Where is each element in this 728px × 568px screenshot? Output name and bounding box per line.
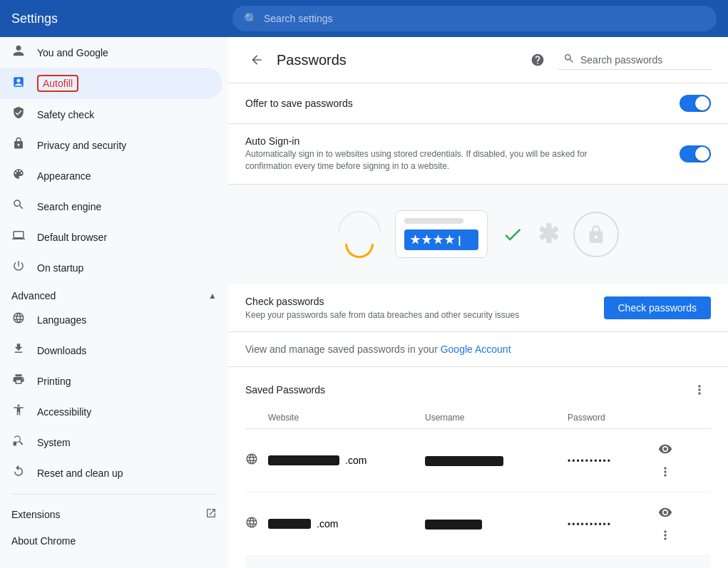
shield-icon [11, 106, 26, 123]
row2-menu-button[interactable] [654, 524, 677, 547]
site-globe-icon-2 [245, 520, 258, 531]
check-passwords-content: Check passwords Keep your passwords safe… [228, 284, 728, 331]
row3-show-password-button[interactable] [654, 564, 677, 568]
sidebar-label-search-engine: Search engine [37, 201, 101, 212]
magnify-icon [11, 198, 26, 215]
check-passwords-button[interactable]: Check passwords [604, 296, 712, 319]
sidebar-item-reset[interactable]: Reset and clean up [0, 458, 222, 488]
download-icon [11, 342, 26, 358]
sidebar-item-on-startup[interactable]: On startup [0, 252, 222, 283]
offer-save-title: Offer to save passwords [245, 98, 668, 109]
sidebar-item-system[interactable]: System [0, 427, 222, 458]
search-passwords-input[interactable] [580, 54, 705, 66]
row2-icon-cell [245, 492, 268, 555]
sidebar-item-autofill[interactable]: Autofill [0, 68, 222, 99]
sidebar-label-languages: Languages [37, 314, 86, 326]
back-button[interactable] [245, 48, 268, 71]
check-passwords-title: Check passwords [245, 296, 593, 307]
sidebar-label-system: System [37, 437, 71, 448]
reset-icon [11, 465, 26, 481]
circle-shape [573, 212, 619, 257]
password-field-illus: ★★★★ | [404, 229, 478, 250]
auto-signin-title: Auto Sign-in [245, 135, 668, 147]
search-passwords-icon [563, 53, 575, 66]
row2-show-password-button[interactable] [654, 501, 677, 524]
row2-site-cell: .com [268, 492, 425, 555]
monitor-icon [11, 229, 26, 245]
check-passwords-info: Check passwords Keep your passwords safe… [245, 296, 593, 320]
main-layout: You and Google Autofill Safety check Pri… [0, 37, 728, 568]
row2-password-cell: •••••••••• [568, 492, 654, 555]
row1-password-dots: •••••••••• [568, 456, 612, 466]
form-line1 [404, 218, 463, 224]
sidebar-item-safety-check[interactable]: Safety check [0, 99, 222, 130]
chevron-up-icon: ▲ [208, 291, 217, 301]
passwords-table: Website Username Password [245, 407, 711, 568]
check-passwords-desc: Keep your passwords safe from data breac… [245, 310, 593, 320]
row1-show-password-button[interactable] [654, 438, 677, 460]
google-account-link[interactable]: Google Account [441, 344, 511, 355]
auto-signin-toggle[interactable] [680, 145, 711, 162]
sidebar-divider [11, 494, 217, 495]
extensions-label: Extensions [11, 509, 60, 520]
sidebar-item-default-browser[interactable]: Default browser [0, 222, 222, 252]
sidebar-item-printing[interactable]: Printing [0, 366, 222, 396]
row1-site-suffix: .com [345, 455, 366, 466]
sidebar-item-appearance[interactable]: Appearance [0, 160, 222, 191]
sidebar-item-search-engine[interactable]: Search engine [0, 191, 222, 222]
illus-left [338, 211, 381, 258]
col-website: Website [268, 407, 425, 429]
sidebar-label-appearance: Appearance [37, 170, 91, 182]
passwords-table-wrapper: Website Username Password [228, 407, 728, 568]
sidebar-item-privacy[interactable]: Privacy and security [0, 130, 222, 160]
col-username: Username [425, 407, 568, 429]
sidebar-item-downloads[interactable]: Downloads [0, 335, 222, 366]
cloud-shape [338, 211, 381, 232]
sidebar-item-accessibility[interactable]: Accessibility [0, 396, 222, 427]
auto-signin-info: Auto Sign-in Automatically sign in to we… [245, 135, 668, 172]
sidebar-label-downloads: Downloads [37, 345, 86, 356]
sidebar-item-extensions[interactable]: Extensions [0, 500, 228, 528]
sidebar-item-languages[interactable]: Languages [0, 304, 222, 335]
row3-actions-cell [654, 555, 711, 568]
settings-search-bar[interactable]: 🔍 [232, 6, 717, 31]
row1-menu-button[interactable] [654, 460, 677, 483]
sidebar-label-accessibility: Accessibility [37, 406, 91, 418]
autofill-icon [11, 76, 26, 92]
row2-username-cell [425, 492, 568, 555]
row3-username-cell [425, 555, 568, 568]
sidebar: You and Google Autofill Safety check Pri… [0, 37, 228, 568]
page-title: Passwords [277, 52, 518, 68]
row1-username [425, 456, 503, 466]
row3-password-cell: •••••••••• [568, 555, 654, 568]
google-link-prefix: View and manage saved passwords in your [245, 344, 441, 355]
row1-icon-cell [245, 428, 268, 492]
saved-passwords-header: Saved Passwords [228, 367, 728, 407]
help-button[interactable] [526, 48, 549, 71]
right-circle-illus [573, 212, 619, 257]
search-passwords-bar[interactable] [558, 50, 711, 70]
google-account-link-row: View and manage saved passwords in your … [228, 332, 728, 367]
row2-site-name [268, 519, 311, 529]
check-passwords-section: ★★★★ | ✱ [228, 185, 728, 332]
green-arrow [502, 224, 523, 245]
site-globe-icon-1 [245, 456, 258, 468]
saved-passwords-menu-button[interactable] [688, 378, 711, 401]
auto-signin-row: Auto Sign-in Automatically sign in to we… [228, 124, 728, 185]
advanced-section-header[interactable]: Advanced ▲ [0, 283, 228, 304]
table-row: .com •••••••••• [245, 492, 711, 555]
sidebar-item-about-chrome[interactable]: About Chrome [0, 528, 228, 554]
row2-actions-cell [654, 492, 711, 555]
offer-save-toggle[interactable] [680, 95, 711, 112]
settings-search-input[interactable] [264, 13, 705, 24]
lock-icon [11, 137, 26, 153]
sidebar-item-you-google[interactable]: You and Google [0, 37, 222, 68]
sidebar-label-on-startup: On startup [37, 262, 83, 274]
row3-site-cell: tv [268, 555, 425, 568]
app-title: Settings [11, 11, 232, 26]
table-row: tv •••••••••• [245, 555, 711, 568]
passwords-header: Passwords [228, 37, 728, 83]
sidebar-label-printing: Printing [37, 376, 71, 387]
row3-icon-cell [245, 555, 268, 568]
auto-signin-desc: Automatically sign in to websites using … [245, 148, 602, 172]
